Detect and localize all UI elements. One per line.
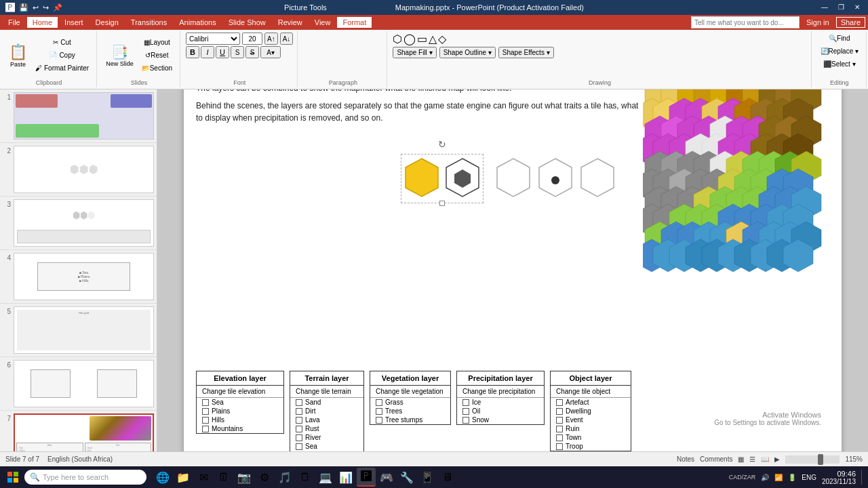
- elevation-checkbox-mountains[interactable]: [202, 426, 209, 432]
- hex-yellow[interactable]: [404, 157, 439, 200]
- menu-slideshow[interactable]: Slide Show: [223, 17, 271, 28]
- taskbar-app7[interactable]: 🗒: [296, 468, 315, 487]
- reset-button[interactable]: ↺ Reset: [138, 49, 176, 61]
- terrain-checkbox-lava[interactable]: [296, 417, 302, 424]
- tell-me-input[interactable]: [691, 16, 800, 28]
- close-button[interactable]: ✕: [852, 3, 863, 12]
- taskbar-app9[interactable]: 📊: [336, 468, 355, 487]
- terrain-checkbox-river[interactable]: [296, 434, 302, 441]
- slide-thumb-6[interactable]: [14, 360, 154, 407]
- hex-white-3[interactable]: [538, 157, 573, 200]
- bold-button[interactable]: B: [186, 46, 199, 58]
- zoom-level[interactable]: 115%: [845, 455, 863, 463]
- precipitation-checkbox-oil[interactable]: [462, 408, 469, 415]
- taskbar-explorer[interactable]: 📁: [174, 468, 193, 487]
- slide-canvas[interactable]: The layers can be combined to show the m…: [184, 89, 842, 451]
- cut-button[interactable]: ✂Cut: [32, 37, 92, 48]
- taskbar-volume[interactable]: 🔊: [761, 474, 769, 481]
- strikethrough-button[interactable]: S: [245, 46, 259, 58]
- object-checkbox-ruin[interactable]: [556, 426, 563, 432]
- vegetation-checkbox-tree-stumps[interactable]: [376, 417, 382, 424]
- share-button[interactable]: Share: [836, 17, 865, 28]
- copy-button[interactable]: 📄Copy: [32, 49, 92, 61]
- restore-button[interactable]: ❐: [835, 3, 846, 12]
- menu-file[interactable]: File: [3, 17, 26, 28]
- terrain-checkbox-dirt[interactable]: [296, 408, 302, 415]
- replace-button[interactable]: 🔄 Replace ▾: [817, 45, 862, 57]
- menu-format[interactable]: Format: [337, 17, 372, 28]
- elevation-checkbox-hills[interactable]: [202, 417, 209, 424]
- font-size-increase[interactable]: A↑: [264, 33, 278, 45]
- italic-button[interactable]: I: [201, 46, 214, 58]
- rotate-handle[interactable]: ↻: [438, 139, 446, 150]
- taskbar-app3[interactable]: 🗓: [214, 468, 233, 487]
- elevation-checkbox-sea[interactable]: [202, 399, 209, 406]
- slide-panel-7[interactable]: 7 Elev □ Sea□ Plains Terr □ Sand□ Dirt: [0, 411, 157, 451]
- section-button[interactable]: 📂 Section: [138, 62, 176, 74]
- object-checkbox-artefact[interactable]: [556, 399, 563, 406]
- menu-review[interactable]: Review: [273, 17, 308, 28]
- precipitation-checkbox-ice[interactable]: [462, 399, 469, 406]
- start-button[interactable]: [3, 468, 23, 487]
- resize-handle-bottom[interactable]: [439, 201, 445, 206]
- object-checkbox-dwelling[interactable]: [556, 408, 563, 415]
- terrain-checkbox-sand[interactable]: [296, 399, 302, 406]
- notes-button[interactable]: Notes: [677, 455, 694, 463]
- new-slide-button[interactable]: 📑 New Slide: [102, 42, 137, 69]
- precipitation-checkbox-snow[interactable]: [462, 417, 469, 424]
- hex-white-1[interactable]: [445, 157, 480, 200]
- view-slideshow-button[interactable]: ▶: [774, 455, 780, 463]
- object-checkbox-town[interactable]: [556, 434, 563, 441]
- slide-panel-1[interactable]: 1: [0, 89, 157, 143]
- find-button[interactable]: 🔍 Find: [817, 33, 862, 44]
- format-painter-button[interactable]: 🖌Format Painter: [32, 62, 92, 74]
- taskbar-edge[interactable]: 🌐: [153, 468, 172, 487]
- taskbar-app6[interactable]: 🎵: [275, 468, 294, 487]
- shape-fill-button[interactable]: Shape Fill ▾: [393, 47, 436, 58]
- slide-thumb-2[interactable]: [14, 146, 154, 193]
- object-checkbox-troop[interactable]: [556, 443, 563, 450]
- slide-panel-6[interactable]: 6: [0, 357, 157, 411]
- quick-access-undo[interactable]: ↩: [33, 3, 39, 12]
- menu-view[interactable]: View: [309, 17, 336, 28]
- font-size-decrease[interactable]: A↓: [280, 33, 294, 45]
- view-reading-button[interactable]: 📖: [761, 455, 769, 463]
- slide-thumb-5[interactable]: Hex grid: [14, 306, 154, 354]
- view-outline-button[interactable]: ☰: [749, 455, 755, 463]
- shadow-button[interactable]: S: [231, 46, 244, 58]
- vegetation-checkbox-trees[interactable]: [376, 408, 382, 415]
- slide-thumb-3[interactable]: [14, 199, 154, 247]
- font-color-button[interactable]: A▾: [260, 46, 281, 58]
- layout-button[interactable]: ▦ Layout: [138, 37, 176, 48]
- taskbar-battery[interactable]: 🔋: [788, 474, 796, 481]
- shape-outline-button[interactable]: Shape Outline ▾: [439, 47, 496, 58]
- taskbar-app11[interactable]: 🔧: [397, 468, 416, 487]
- menu-animations[interactable]: Animations: [174, 17, 221, 28]
- slide-thumb-1[interactable]: [14, 92, 154, 140]
- sign-in-link[interactable]: Sign in: [806, 18, 829, 26]
- taskbar-search[interactable]: 🔍 Type here to search: [24, 470, 146, 485]
- hex-white-2[interactable]: [496, 157, 531, 200]
- taskbar-network[interactable]: 📶: [774, 474, 783, 481]
- font-size-input[interactable]: [242, 33, 262, 45]
- select-button[interactable]: ⬛ Select ▾: [817, 58, 862, 70]
- taskbar-app4[interactable]: 📷: [235, 468, 254, 487]
- slide-panel-4[interactable]: 4 ■ Sea■ Plains■ Hills: [0, 250, 157, 304]
- underline-button[interactable]: U: [216, 46, 229, 58]
- zoom-handle[interactable]: [818, 454, 823, 465]
- terrain-checkbox-rust[interactable]: [296, 426, 302, 432]
- taskbar-clock[interactable]: 09:46 2023/11/13: [822, 470, 856, 485]
- taskbar-app10[interactable]: 🎮: [377, 468, 396, 487]
- show-desktop-button[interactable]: [861, 470, 865, 485]
- hex-white-4[interactable]: [580, 157, 615, 200]
- slide-panel-2[interactable]: 2: [0, 143, 157, 197]
- menu-insert[interactable]: Insert: [59, 17, 89, 28]
- quick-access-save[interactable]: 💾: [19, 3, 28, 12]
- quick-access-redo[interactable]: ↪: [43, 3, 49, 12]
- taskbar-app12[interactable]: 📱: [418, 468, 437, 487]
- paste-button[interactable]: 📋 Paste: [5, 41, 31, 70]
- slide-panel-5[interactable]: 5 Hex grid: [0, 304, 157, 357]
- vegetation-checkbox-grass[interactable]: [376, 399, 382, 406]
- minimize-button[interactable]: —: [819, 3, 830, 12]
- slide-thumb-4[interactable]: ■ Sea■ Plains■ Hills: [14, 253, 154, 300]
